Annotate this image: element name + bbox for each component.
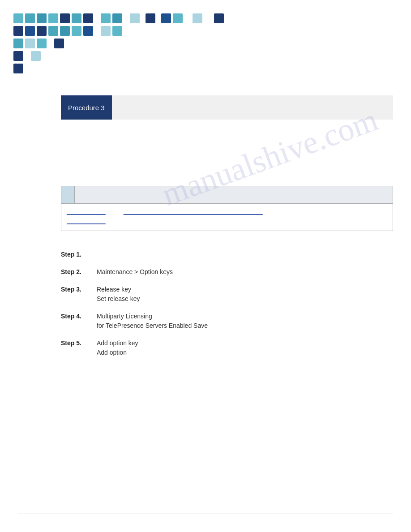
step-4-row: Step 4. Multiparty Licensing for TelePre…: [61, 312, 393, 330]
header-mosaic: [13, 13, 291, 85]
step-4-sub: for TelePresence Servers Enabled Save: [97, 322, 208, 329]
mosaic-tile: [112, 26, 122, 36]
mosaic-tile: [112, 13, 122, 23]
step-5-row: Step 5. Add option key Add option: [61, 339, 393, 357]
step-1-label: Step 1.: [61, 250, 97, 259]
step-3-label: Step 3.: [61, 285, 97, 294]
step-4-content: Multiparty Licensing: [97, 312, 393, 321]
mosaic-tile: [13, 64, 23, 73]
step-5-label: Step 5.: [61, 339, 97, 348]
step-2-row: Step 2. Maintenance > Option keys: [61, 267, 393, 277]
mosaic-tile: [193, 13, 202, 23]
mosaic-tile: [146, 13, 155, 23]
mosaic-tile: [72, 26, 81, 36]
procedure-label: Procedure 3: [61, 95, 112, 120]
step-2-content: Maintenance > Option keys: [97, 267, 393, 277]
mosaic-tile: [214, 13, 224, 23]
mosaic-tile: [37, 26, 47, 36]
table-link-3[interactable]: ____________: [67, 218, 387, 224]
step-3-row: Step 3. Release key Set release key: [61, 285, 393, 304]
step-1-content: [97, 250, 393, 259]
mosaic-tile: [60, 26, 70, 36]
table-link-2[interactable]: ________________________________________…: [124, 208, 263, 215]
mosaic-tile: [31, 51, 41, 61]
mosaic-tile: [25, 26, 35, 36]
table-header-cell-main: [75, 191, 393, 198]
mosaic-tile: [83, 26, 93, 36]
mosaic-tile: [25, 13, 35, 23]
mosaic-tile: [72, 13, 81, 23]
step-5-content: Add option key: [97, 339, 393, 348]
mosaic-tile: [48, 13, 58, 23]
steps-area: Step 1. Step 2. Maintenance > Option key…: [61, 250, 393, 365]
mosaic-tile: [101, 13, 111, 23]
procedure-banner: Procedure 3: [61, 95, 393, 120]
table-link-1[interactable]: ____________: [67, 208, 106, 215]
mosaic-tile: [13, 51, 23, 61]
table-body-row: ____________ ___________________________…: [61, 204, 393, 231]
mosaic-tile: [130, 13, 140, 23]
step-4-label: Step 4.: [61, 312, 97, 321]
step-2-label: Step 2.: [61, 267, 97, 277]
step-1-row: Step 1.: [61, 250, 393, 259]
mosaic-tile: [13, 26, 23, 36]
mosaic-tile: [13, 39, 23, 48]
footer-line: [18, 514, 393, 514]
step-3-sub: Set release key: [97, 295, 140, 302]
table-header-cell-blue: [61, 186, 75, 203]
mosaic-tile: [173, 13, 183, 23]
info-table: ____________ ___________________________…: [61, 186, 393, 231]
step-5-sub: Add option: [97, 349, 127, 356]
table-header-row: [61, 186, 393, 204]
step-3-content: Release key: [97, 285, 393, 294]
mosaic-tile: [37, 13, 47, 23]
mosaic-tile: [37, 39, 47, 48]
mosaic-tile: [60, 13, 70, 23]
mosaic-tile: [54, 39, 64, 48]
mosaic-tile: [161, 13, 171, 23]
mosaic-tile: [48, 26, 58, 36]
mosaic-tile: [13, 13, 23, 23]
mosaic-tile: [25, 39, 35, 48]
mosaic-tile: [101, 26, 111, 36]
mosaic-tile: [83, 13, 93, 23]
